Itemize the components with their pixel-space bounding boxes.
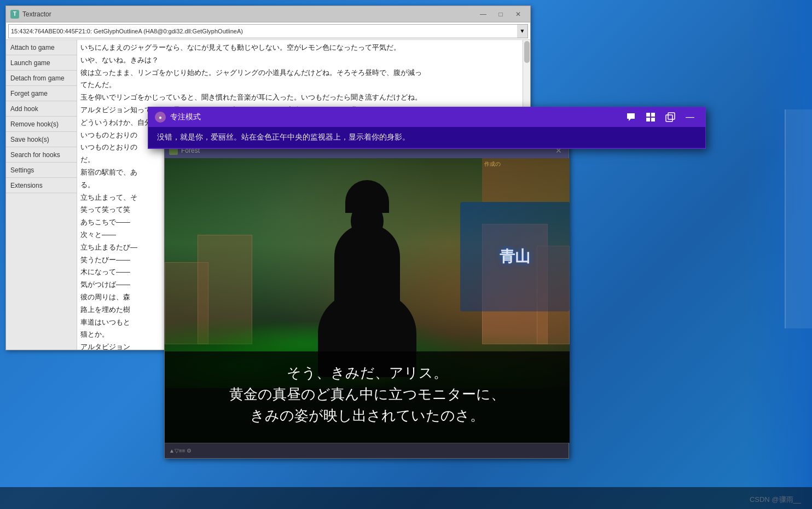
focus-minimize-button[interactable]: — <box>681 109 699 125</box>
svg-rect-1 <box>651 113 655 117</box>
top-right-building: 作成の <box>482 158 570 202</box>
text-line: 彼は立ったまま、リンゴをかじり始めた。ジャグリングの小道具なんだけどね。そろそろ… <box>80 67 519 79</box>
text-line: いや、ないね。きみは？ <box>80 55 519 66</box>
extensions-button[interactable]: Extensions <box>6 178 77 193</box>
focus-mode-title: 专注模式 <box>170 112 622 122</box>
game-background: 青山 作成の そう、きみだ、アリス。 黄金の真昼のど真ん中に立つモニターに、 き… <box>165 158 570 443</box>
svg-rect-5 <box>666 115 672 122</box>
textractor-titlebar: T Textractor — □ ✕ <box>6 6 530 22</box>
launch-game-button[interactable]: Launch game <box>6 55 77 71</box>
character-silhouette <box>318 202 416 377</box>
subtitle-line-1: そう、きみだ、アリス。 <box>181 362 553 384</box>
settings-button[interactable]: Settings <box>6 163 77 178</box>
subtitle-line-3: きみの姿が映し出されていたのさ。 <box>181 405 553 426</box>
close-button[interactable]: ✕ <box>511 9 526 20</box>
desktop-right-panel <box>746 0 812 509</box>
right-accent <box>785 109 812 328</box>
svg-rect-3 <box>651 118 655 122</box>
svg-rect-0 <box>646 113 650 117</box>
minimize-button[interactable]: — <box>475 9 491 20</box>
save-hooks-button[interactable]: Save hook(s) <box>6 132 77 147</box>
hook-dropdown-arrow[interactable]: ▼ <box>517 24 528 38</box>
detach-game-button[interactable]: Detach from game <box>6 71 77 86</box>
hook-selector-bar: ▼ <box>6 22 530 40</box>
game-subtitles-overlay: そう、きみだ、アリス。 黄金の真昼のど真ん中に立つモニターに、 きみの姿が映し出… <box>165 351 570 443</box>
remove-hooks-button[interactable]: Remove hook(s) <box>6 117 77 132</box>
game-scene: 青山 作成の そう、きみだ、アリス。 黄金の真昼のど真ん中に立つモニターに、 き… <box>165 158 570 443</box>
text-line: 玉を仰いでリンゴをかじっていると、聞き慣れた音楽が耳に入った。いつもだったら聞き… <box>80 92 519 103</box>
scroll-thumb[interactable] <box>524 41 530 63</box>
textractor-logo: T <box>10 10 19 19</box>
text-line: てたんだ。 <box>80 79 519 91</box>
svg-rect-4 <box>668 113 675 119</box>
aoyama-text: 青山 <box>500 246 530 267</box>
focus-titlebar: ● 专注模式 <box>148 107 705 127</box>
subtitle-line-2: 黄金の真昼のど真ん中に立つモニターに、 <box>181 384 553 405</box>
svg-rect-2 <box>646 118 650 122</box>
game-bottombar: ▲▽≡≡ ⚙ <box>165 443 569 458</box>
add-hook-button[interactable]: Add hook <box>6 101 77 117</box>
game-bottom-status: ▲▽≡≡ ⚙ <box>169 448 192 454</box>
focus-mode-icon: ● <box>155 112 166 123</box>
focus-subtitle-text: 没错，就是你，爱丽丝。站在金色正午中央的监视器上，显示着你的身影。 <box>148 127 705 148</box>
focus-mode-window: ● 专注模式 <box>148 107 706 149</box>
hook-dropdown-input[interactable] <box>8 24 517 38</box>
forget-game-button[interactable]: Forget game <box>6 86 77 101</box>
focus-copy-button[interactable] <box>662 109 679 125</box>
search-hooks-button[interactable]: Search for hooks <box>6 147 77 163</box>
textractor-title: Textractor <box>22 10 475 18</box>
sidebar: Attach to game Launch game Detach from g… <box>6 40 77 350</box>
focus-controls: — <box>622 109 699 125</box>
game-window: Forest ✕ 青山 作成の <box>164 142 569 459</box>
maximize-button[interactable]: □ <box>493 9 508 20</box>
attach-game-button[interactable]: Attach to game <box>6 40 77 55</box>
taskbar <box>0 487 812 509</box>
window-controls: — □ ✕ <box>475 9 526 20</box>
focus-grid-button[interactable] <box>642 109 659 125</box>
focus-chat-button[interactable] <box>622 109 640 125</box>
text-line: いちにんまえのジャグラーなら、なにが見えても動じやしない。空がレモン色になったっ… <box>80 42 519 54</box>
